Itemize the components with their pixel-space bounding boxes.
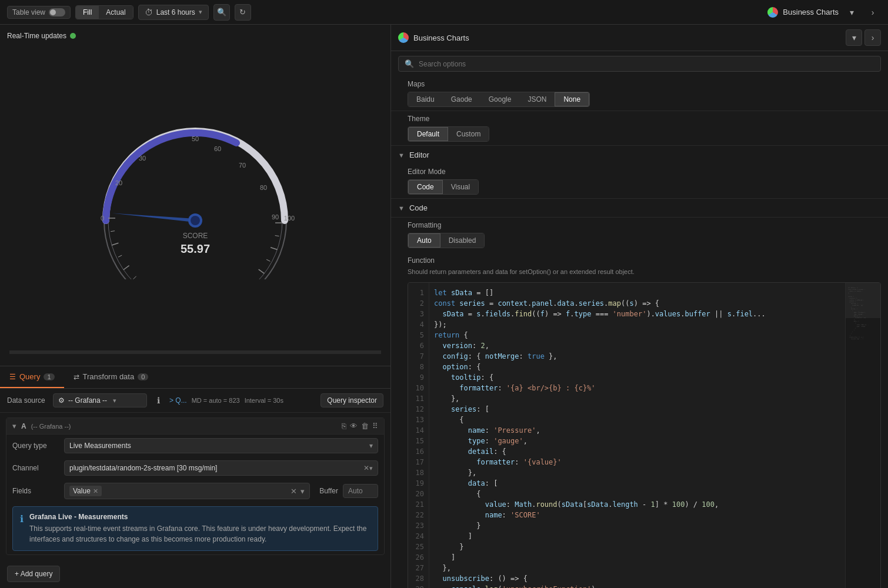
query-type-select[interactable]: Live Measurements ▾: [64, 438, 378, 453]
panel-title-area: Business Charts ▾ ›: [767, 4, 881, 21]
fields-label: Fields: [12, 487, 59, 495]
code-line-23: name: 'SCORE': [434, 510, 840, 520]
code-line-6: return {: [434, 330, 840, 340]
svg-line-3: [271, 248, 277, 250]
search-input[interactable]: [419, 60, 874, 68]
datasource-info-icon[interactable]: ℹ: [152, 394, 165, 407]
editor-code-btn[interactable]: Code: [408, 180, 443, 194]
right-chevron-down[interactable]: ▾: [846, 29, 862, 46]
formatting-auto-btn[interactable]: Auto: [408, 233, 440, 248]
fill-button[interactable]: Fill: [76, 6, 99, 19]
gauge-scrollbar[interactable]: [9, 350, 381, 354]
query-delete-button[interactable]: 🗑: [361, 422, 369, 430]
editor-section-title: Editor: [409, 151, 429, 159]
right-expand-icon[interactable]: ›: [864, 29, 881, 46]
realtime-label: Real-Time updates: [7, 32, 66, 40]
svg-line-22: [111, 231, 115, 232]
function-label: Function: [408, 256, 881, 265]
query-block-actions: ⎘ 👁 🗑 ⠿: [342, 422, 378, 430]
svg-text:55.97: 55.97: [181, 242, 210, 255]
datasource-row: Data source ⚙ -- Grafana -- ▾ ℹ > Q... M…: [0, 389, 390, 413]
svg-line-14: [266, 259, 270, 261]
fields-chevron-icon[interactable]: ▾: [301, 487, 305, 496]
svg-text:20: 20: [115, 179, 122, 186]
field-remove-icon[interactable]: ✕: [93, 487, 98, 495]
query-inspector-button[interactable]: Query inspector: [321, 393, 383, 407]
query-panel: ☰ Query 1 ⇄ Transform data 0 Data source…: [0, 366, 390, 588]
code-section-header[interactable]: ▼ Code: [391, 199, 888, 218]
gauge-svg: 0 20 30 50 60 70 80 90 100: [72, 103, 319, 279]
maps-none-btn[interactable]: None: [555, 92, 589, 106]
zoom-button[interactable]: 🔍: [213, 4, 230, 21]
datasource-select[interactable]: ⚙ -- Grafana -- ▾: [53, 393, 147, 407]
panel-menu-chevron[interactable]: ▾: [843, 4, 860, 21]
editor-mode-row: Editor Mode Code Visual: [391, 164, 888, 198]
formatting-disabled-btn[interactable]: Disabled: [440, 233, 485, 248]
channel-label: Channel: [12, 464, 59, 472]
function-desc: Should return parameters and data for se…: [408, 268, 881, 275]
query-copy-button[interactable]: ⎘: [342, 422, 346, 430]
actual-button[interactable]: Actual: [99, 6, 132, 19]
query-collapse-icon[interactable]: ▾: [12, 422, 16, 430]
table-view-toggle[interactable]: Table view: [7, 6, 71, 19]
add-query-button[interactable]: + Add query: [7, 566, 60, 582]
info-icon: ℹ: [20, 513, 24, 544]
code-line-22: value: Math.round(sData[sData.length - 1…: [434, 499, 840, 510]
editor-visual-btn[interactable]: Visual: [443, 180, 478, 194]
query-drag-button[interactable]: ⠿: [372, 422, 378, 430]
tab-transform[interactable]: ⇄ Transform data 0: [64, 366, 158, 388]
svg-text:70: 70: [239, 162, 246, 169]
svg-text:90: 90: [272, 213, 279, 220]
right-panel-title: Business Charts: [413, 34, 469, 42]
info-text: This supports real-time event streams in…: [29, 523, 370, 544]
channel-clear-icon[interactable]: ✕: [363, 464, 369, 472]
query-type-row: Query type Live Measurements ▾: [6, 435, 384, 457]
theme-label: Theme: [408, 115, 881, 123]
theme-default-btn[interactable]: Default: [408, 127, 448, 141]
code-editor[interactable]: 12345 678910 1112131415 1617181920 21222…: [408, 282, 881, 588]
right-panel-header: Business Charts ▾ ›: [391, 25, 888, 51]
code-line-28: },: [434, 563, 840, 573]
code-line-24: }: [434, 520, 840, 531]
code-line-13: series: [: [434, 404, 840, 415]
function-subsection: Function Should return parameters and da…: [391, 252, 888, 282]
editor-section-header[interactable]: ▼ Editor: [391, 146, 888, 164]
code-line-16: type: 'gauge',: [434, 436, 840, 446]
channel-chevron[interactable]: ▾: [369, 465, 373, 472]
fields-container: Value ✕ ✕ ▾: [64, 483, 310, 499]
maps-label: Maps: [408, 80, 881, 88]
left-panel: Real-Time updates: [0, 25, 391, 588]
code-line-14: {: [434, 415, 840, 425]
realtime-badge: Real-Time updates: [7, 32, 76, 40]
tab-query[interactable]: ☰ Query 1: [0, 366, 64, 388]
svg-text:50: 50: [192, 135, 199, 142]
channel-select[interactable]: plugin/testdata/random-2s-stream [30 msg…: [64, 460, 378, 476]
maps-baidu-btn[interactable]: Baidu: [408, 92, 443, 106]
editor-section: ▼ Editor Editor Mode Code Visual: [391, 146, 888, 199]
toggle-switch[interactable]: [49, 8, 65, 16]
svg-marker-32: [112, 212, 195, 222]
maps-google-btn[interactable]: Google: [480, 92, 520, 106]
main-content: Real-Time updates: [0, 25, 888, 588]
code-line-7: version: 2,: [434, 340, 840, 351]
code-content[interactable]: let sData = [] const series = context.pa…: [429, 283, 845, 588]
maps-gaode-btn[interactable]: Gaode: [443, 92, 480, 106]
buffer-input[interactable]: [343, 484, 378, 498]
time-range-button[interactable]: ⏱ Last 6 hours ▾: [138, 5, 209, 20]
panel-title: Business Charts: [783, 8, 839, 16]
maps-json-btn[interactable]: JSON: [519, 92, 555, 106]
fields-clear-icon[interactable]: ✕: [291, 487, 297, 496]
datasource-query-link[interactable]: > Q...: [169, 396, 187, 405]
panel-expand-button[interactable]: ›: [864, 4, 881, 21]
code-line-26: }: [434, 542, 840, 552]
query-tab-label: Query: [19, 372, 40, 381]
info-content: Grafana Live - Measurements This support…: [29, 513, 370, 544]
query-tab-badge: 1: [44, 373, 54, 380]
query-toggle-button[interactable]: 👁: [350, 422, 358, 430]
code-section-title: Code: [409, 203, 428, 212]
query-letter: A: [21, 422, 26, 430]
theme-custom-btn[interactable]: Custom: [448, 127, 489, 141]
code-line-25: ]: [434, 531, 840, 542]
svg-point-34: [191, 216, 200, 225]
refresh-button[interactable]: ↻: [235, 4, 251, 21]
